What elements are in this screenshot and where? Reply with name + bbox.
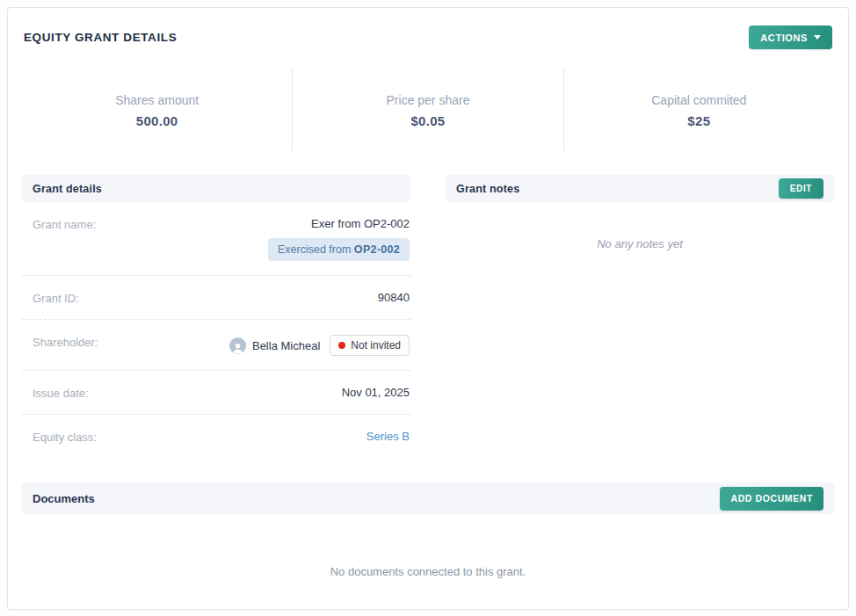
equity-class-link[interactable]: Series B xyxy=(366,430,410,443)
not-invited-badge: Not invited xyxy=(330,335,410,356)
stat-label: Capital commited xyxy=(564,93,834,107)
stats-row: Shares amount 500.00 Price per share $0.… xyxy=(22,69,834,151)
exercised-from-chip[interactable]: Exercised from OP2-002 xyxy=(268,238,410,261)
grant-notes-header: Grant notes EDIT xyxy=(446,175,834,202)
panels: Grant details Grant name: Exer from OP2-… xyxy=(22,175,834,458)
exercised-from-prefix: Exercised from xyxy=(278,243,354,256)
issue-date-row: Issue date: Nov 01, 2025 xyxy=(22,371,410,415)
card-header: EQUITY GRANT DETAILS ACTIONS xyxy=(22,25,834,49)
grant-details-panel: Grant details Grant name: Exer from OP2-… xyxy=(22,175,410,458)
grant-notes-panel: Grant notes EDIT No any notes yet xyxy=(446,175,834,458)
grant-id-row: Grant ID: 90840 xyxy=(22,276,410,320)
issue-date-value: Nov 01, 2025 xyxy=(342,386,410,399)
stat-shares-amount: Shares amount 500.00 xyxy=(22,69,292,151)
notes-empty-text: No any notes yet xyxy=(446,237,834,250)
avatar xyxy=(229,337,246,354)
grant-details-title: Grant details xyxy=(33,183,102,195)
edit-notes-button[interactable]: EDIT xyxy=(779,178,823,199)
grant-name-row: Grant name: Exer from OP2-002 Exercised … xyxy=(22,202,410,276)
shareholder-label: Shareholder: xyxy=(33,335,98,349)
grant-id-label: Grant ID: xyxy=(33,291,79,305)
documents-title: Documents xyxy=(33,492,95,505)
grant-name-value: Exer from OP2-002 xyxy=(311,217,410,230)
actions-button-label: ACTIONS xyxy=(760,33,808,43)
grant-notes-title: Grant notes xyxy=(456,183,519,195)
person-icon xyxy=(231,341,244,354)
shareholder-value: Bella Micheal Not invited xyxy=(229,335,410,356)
status-dot-icon xyxy=(338,342,345,349)
grant-name-value-stack: Exer from OP2-002 Exercised from OP2-002 xyxy=(268,217,410,261)
page-title: EQUITY GRANT DETAILS xyxy=(24,31,177,44)
grant-details-header: Grant details xyxy=(22,175,410,202)
shareholder-name: Bella Micheal xyxy=(252,339,320,352)
add-document-button[interactable]: ADD DOCUMENT xyxy=(720,487,823,511)
stat-label: Price per share xyxy=(293,93,562,107)
stat-value: $0.05 xyxy=(293,113,562,128)
shareholder-row: Shareholder: Bella Micheal Not invited xyxy=(22,320,410,371)
equity-class-row: Equity class: Series B xyxy=(22,415,410,458)
exercised-from-code: OP2-002 xyxy=(354,243,400,256)
stat-value: $25 xyxy=(564,113,834,128)
stat-capital-commited: Capital commited $25 xyxy=(563,69,834,151)
grant-name-label: Grant name: xyxy=(33,217,96,231)
documents-header: Documents ADD DOCUMENT xyxy=(22,482,834,514)
issue-date-label: Issue date: xyxy=(33,386,89,400)
documents-empty-text: No documents connected to this grant. xyxy=(22,565,834,578)
stat-label: Shares amount xyxy=(22,93,292,107)
grant-id-value: 90840 xyxy=(378,291,410,304)
not-invited-label: Not invited xyxy=(351,339,401,351)
equity-class-label: Equity class: xyxy=(33,430,97,444)
stat-value: 500.00 xyxy=(22,113,292,128)
documents-section: Documents ADD DOCUMENT No documents conn… xyxy=(22,482,834,578)
chevron-down-icon xyxy=(814,35,821,40)
stat-price-per-share: Price per share $0.05 xyxy=(292,69,562,151)
actions-button[interactable]: ACTIONS xyxy=(749,25,832,49)
equity-grant-card: EQUITY GRANT DETAILS ACTIONS Shares amou… xyxy=(7,7,849,610)
